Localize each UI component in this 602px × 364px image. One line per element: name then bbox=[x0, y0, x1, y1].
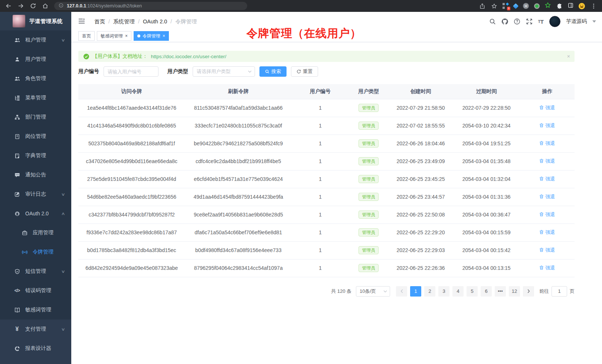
browser-home-icon[interactable] bbox=[42, 3, 49, 9]
caret-down-icon[interactable] bbox=[592, 20, 596, 23]
sidebar-item[interactable]: 敏感词管理 bbox=[0, 300, 71, 320]
force-logout-link[interactable]: 强退 bbox=[539, 193, 555, 200]
font-size-icon[interactable]: TT bbox=[538, 19, 544, 25]
created-time-cell: 2022-06-25 23:49:09 bbox=[389, 152, 453, 170]
force-logout-link[interactable]: 强退 bbox=[539, 229, 555, 236]
page-tab[interactable]: 首页 bbox=[78, 31, 95, 41]
breadcrumb-home[interactable]: 首页 bbox=[94, 18, 105, 25]
record-extension-icon[interactable] bbox=[534, 3, 540, 9]
user-type-select[interactable]: 请选择用户类型 bbox=[193, 66, 255, 77]
sidebar-item[interactable]: 令牌管理 bbox=[0, 242, 71, 262]
force-logout-link[interactable]: 强退 bbox=[539, 122, 555, 129]
next-page-button[interactable] bbox=[523, 286, 534, 297]
goto-page-input[interactable] bbox=[552, 286, 567, 297]
force-logout-link[interactable]: 强退 bbox=[539, 211, 555, 218]
sidebar-item[interactable]: ¥ 支付管理 ∨ bbox=[0, 320, 71, 339]
user-avatar[interactable] bbox=[549, 16, 560, 27]
breadcrumb: 首页 / 系统管理 / OAuth 2.0 / 令牌管理 bbox=[94, 18, 197, 25]
force-logout-link[interactable]: 强退 bbox=[539, 265, 555, 271]
browser-reload-icon[interactable] bbox=[30, 3, 36, 9]
refresh-token-cell: cdfc4ce9c2da4bb1bdf21b9918ff4be5 bbox=[185, 152, 291, 170]
fullscreen-icon[interactable] bbox=[526, 18, 533, 25]
browser-menu-dots-icon[interactable] bbox=[590, 3, 597, 9]
sidebar-item[interactable]: 报表设计器 bbox=[0, 339, 71, 358]
breadcrumb-oauth[interactable]: OAuth 2.0 bbox=[143, 19, 167, 24]
table-row: f9336e7c7dd242a283ee98dc86b17a87 dfa6c71… bbox=[78, 224, 575, 241]
breadcrumb-system[interactable]: 系统管理 bbox=[113, 18, 135, 25]
sidebar-item[interactable]: 通知公告 bbox=[0, 165, 71, 185]
sidebar-item[interactable]: 审计日志 ∨ bbox=[0, 185, 71, 204]
sidebar-item[interactable]: </> 错误码管理 bbox=[0, 281, 71, 300]
page-number-button[interactable]: 12 bbox=[509, 286, 520, 297]
force-logout-link[interactable]: 强退 bbox=[539, 158, 555, 165]
share-icon[interactable] bbox=[479, 3, 485, 9]
force-logout-link[interactable]: 强退 bbox=[539, 176, 555, 182]
close-tab-icon[interactable]: × bbox=[163, 34, 165, 38]
reset-button[interactable]: 重置 bbox=[291, 66, 318, 77]
sidebar-item[interactable]: 字典管理 bbox=[0, 146, 71, 165]
trash-icon bbox=[539, 230, 544, 235]
column-header: 访问令牌 bbox=[78, 84, 185, 99]
page-number-button[interactable]: 1 bbox=[410, 286, 421, 297]
dept-icon bbox=[14, 115, 20, 120]
doc-link[interactable]: https://doc.iocoder.cn/user-center/ bbox=[151, 54, 226, 59]
page-number-button[interactable]: ••• bbox=[495, 286, 506, 297]
site-info-icon[interactable] bbox=[59, 3, 63, 9]
prev-page-button[interactable] bbox=[396, 286, 407, 297]
action-cell: 强退 bbox=[520, 224, 575, 241]
command-extension-icon[interactable]: ⌘ bbox=[523, 3, 529, 9]
page-number-button[interactable]: 3 bbox=[438, 286, 449, 297]
star-extension-icon[interactable] bbox=[545, 2, 551, 10]
expire-time-cell: 2054-03-04 01:32:04 bbox=[453, 170, 520, 188]
sidebar-item[interactable]: 岗位管理 bbox=[0, 127, 71, 146]
page-number-button[interactable]: 6 bbox=[481, 286, 492, 297]
expire-time-cell: 2054-03-04 01:35:48 bbox=[453, 152, 520, 170]
search-icon[interactable] bbox=[489, 18, 496, 25]
address-bar[interactable]: 127.0.0.1:1024/system/oauth2/token bbox=[54, 2, 247, 10]
sidebar-item[interactable]: 应用管理 bbox=[0, 223, 71, 242]
page-tab[interactable]: 令牌管理 × bbox=[134, 31, 169, 41]
collapse-sidebar-icon[interactable] bbox=[78, 17, 86, 26]
user-type-cell: 管理员 bbox=[349, 259, 389, 277]
page-tab[interactable]: 敏感词管理 × bbox=[97, 31, 131, 41]
sidebar-item[interactable]: 菜单管理 bbox=[0, 88, 71, 107]
diamond-extension-icon[interactable] bbox=[513, 3, 519, 9]
puzzle-extensions-icon[interactable] bbox=[556, 3, 563, 9]
chevron-down-icon bbox=[383, 290, 387, 292]
username[interactable]: 芋道源码 bbox=[566, 18, 587, 25]
tab-groups-icon[interactable] bbox=[568, 3, 573, 10]
user-type-badge: 管理员 bbox=[359, 246, 379, 254]
grid-extension-icon[interactable]: 9 bbox=[503, 3, 508, 9]
force-logout-link[interactable]: 强退 bbox=[539, 247, 555, 254]
sidebar-item[interactable]: 短信管理 ∨ bbox=[0, 262, 71, 281]
alert-close-icon[interactable]: × bbox=[567, 53, 570, 59]
force-logout-link[interactable]: 强退 bbox=[539, 140, 555, 147]
search-button[interactable]: 搜索 bbox=[259, 66, 287, 77]
sms-icon bbox=[14, 269, 20, 274]
sidebar-item[interactable]: 部门管理 bbox=[0, 107, 71, 127]
page-number-button[interactable]: 4 bbox=[452, 286, 464, 297]
created-time-cell: 2022-06-25 22:29:03 bbox=[389, 241, 453, 259]
refresh-token-cell: 333ecfc71e02480cb11055c875c3ca0f bbox=[185, 117, 291, 135]
profile-avatar-emoji[interactable] bbox=[579, 3, 585, 9]
user-id-cell: 1 bbox=[292, 241, 349, 259]
sidebar-item[interactable]: 租户管理 ∨ bbox=[0, 30, 71, 50]
sidebar-item[interactable]: 用户管理 bbox=[0, 50, 71, 69]
created-time-cell: 2022-06-25 22:26:36 bbox=[389, 259, 453, 277]
report-icon bbox=[14, 346, 20, 351]
github-icon[interactable] bbox=[501, 18, 508, 25]
help-icon[interactable] bbox=[514, 18, 520, 25]
sidebar-item[interactable]: OAuth 2.0 ∧ bbox=[0, 204, 71, 223]
page-number-button[interactable]: 2 bbox=[424, 286, 435, 297]
page-number-button[interactable]: 5 bbox=[467, 286, 478, 297]
force-logout-link[interactable]: 强退 bbox=[539, 105, 555, 111]
user-type-badge: 管理员 bbox=[359, 193, 379, 201]
close-tab-icon[interactable]: × bbox=[125, 34, 128, 38]
bookmark-star-icon[interactable] bbox=[491, 3, 497, 9]
browser-forward-icon[interactable] bbox=[17, 3, 24, 9]
page-size-select[interactable]: 10条/页 bbox=[356, 286, 390, 297]
user-id-input[interactable] bbox=[104, 66, 158, 77]
browser-back-icon[interactable] bbox=[5, 3, 12, 9]
sidebar-item[interactable]: 角色管理 bbox=[0, 69, 71, 88]
oauth-icon bbox=[14, 211, 20, 216]
